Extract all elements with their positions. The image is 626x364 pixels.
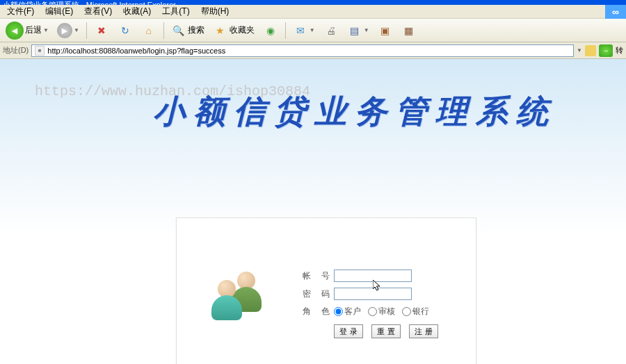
menu-edit[interactable]: 编辑(E) <box>41 4 77 19</box>
edit-icon: ▤ <box>347 23 362 38</box>
edit-button[interactable]: ▤▼ <box>344 22 372 40</box>
separator <box>163 22 164 39</box>
menu-favorites[interactable]: 收藏(A) <box>119 4 155 19</box>
tool2-icon: ▦ <box>401 23 417 38</box>
system-title: 小额信贷业务管理系统 <box>153 90 556 133</box>
go-label: 转 <box>616 45 623 56</box>
home-button[interactable]: ⌂ <box>138 22 159 40</box>
ie-logo-icon: ∞ <box>605 5 626 19</box>
mail-button[interactable]: ✉▼ <box>290 22 318 40</box>
username-label: 帐 号 <box>302 270 334 282</box>
search-button[interactable]: 🔍 搜索 <box>168 22 207 40</box>
username-input[interactable] <box>334 270 412 282</box>
login-illustration <box>177 218 302 364</box>
forward-arrow-icon: ► <box>57 23 72 38</box>
favorites-label: 收藏夹 <box>230 24 255 36</box>
address-dropdown-icon[interactable]: ▼ <box>577 47 582 53</box>
print-icon: 🖨 <box>323 23 339 38</box>
favorites-button[interactable]: ★ 收藏夹 <box>210 22 257 40</box>
history-icon: ◉ <box>263 23 278 38</box>
home-icon: ⌂ <box>141 23 156 38</box>
role-audit[interactable]: 审核 <box>368 306 395 317</box>
menu-file[interactable]: 文件(F) <box>3 4 38 19</box>
stop-button[interactable]: ✖ <box>91 22 112 40</box>
search-icon: 🔍 <box>171 23 186 38</box>
role-audit-radio[interactable] <box>368 307 377 316</box>
dropdown-icon: ▼ <box>43 27 49 33</box>
dropdown-icon: ▼ <box>74 27 79 33</box>
refresh-icon: ↻ <box>118 23 133 38</box>
menu-help[interactable]: 帮助(H) <box>197 4 234 19</box>
page-content: https://www.huzhan.com/ishop30884 小额信贷业务… <box>0 59 626 364</box>
tool-button[interactable]: ▣ <box>375 22 396 40</box>
addressbar: 地址(D) e http://localhost:8088/loanweb/lo… <box>0 42 626 59</box>
reset-button[interactable]: 重置 <box>371 324 401 338</box>
password-label: 密 码 <box>302 288 334 300</box>
back-button[interactable]: ◄ 后退 ▼ <box>3 20 51 41</box>
separator <box>86 22 87 39</box>
refresh-button[interactable]: ↻ <box>115 22 136 40</box>
history-button[interactable]: ◉ <box>260 22 281 40</box>
address-input[interactable]: e http://localhost:8088/loanweb/login.js… <box>31 44 574 57</box>
menubar: 文件(F) 编辑(E) 查看(V) 收藏(A) 工具(T) 帮助(H) ∞ <box>0 5 626 19</box>
address-label: 地址(D) <box>3 45 29 56</box>
users-icon <box>211 272 267 324</box>
menu-tools[interactable]: 工具(T) <box>158 4 193 19</box>
tool-icon: ▣ <box>378 23 393 38</box>
password-input[interactable] <box>334 288 412 300</box>
role-customer[interactable]: 客户 <box>334 306 361 317</box>
print-button[interactable]: 🖨 <box>321 22 342 40</box>
login-form: 帐 号 密 码 角 色 客户 审核 银行 登录 重置 注册 <box>302 218 438 364</box>
role-bank-radio[interactable] <box>402 307 411 316</box>
login-panel: 帐 号 密 码 角 色 客户 审核 银行 登录 重置 注册 <box>176 217 476 364</box>
back-label: 后退 <box>25 24 42 36</box>
toolbar: ◄ 后退 ▼ ► ▼ ✖ ↻ ⌂ 🔍 搜索 ★ 收藏夹 ◉ ✉▼ 🖨 ▤▼ ▣ … <box>0 19 626 42</box>
register-button[interactable]: 注册 <box>409 324 438 338</box>
stop-icon: ✖ <box>94 23 109 38</box>
role-radio-group: 客户 审核 银行 <box>334 306 429 317</box>
role-label: 角 色 <box>302 306 334 317</box>
login-button[interactable]: 登录 <box>334 324 363 338</box>
security-icon <box>585 45 596 56</box>
forward-button[interactable]: ► ▼ <box>54 22 82 40</box>
address-url: http://localhost:8088/loanweb/login.jsp?… <box>47 47 225 55</box>
star-icon: ★ <box>213 23 228 38</box>
menu-view[interactable]: 查看(V) <box>80 4 116 19</box>
mail-icon: ✉ <box>293 23 308 38</box>
separator <box>285 22 286 39</box>
role-bank[interactable]: 银行 <box>402 306 429 317</box>
page-icon: e <box>35 46 45 56</box>
search-label: 搜索 <box>188 24 204 36</box>
tool2-button[interactable]: ▦ <box>399 22 419 40</box>
role-customer-radio[interactable] <box>334 307 343 316</box>
back-arrow-icon: ◄ <box>6 22 24 40</box>
go-button[interactable]: → <box>599 44 613 57</box>
